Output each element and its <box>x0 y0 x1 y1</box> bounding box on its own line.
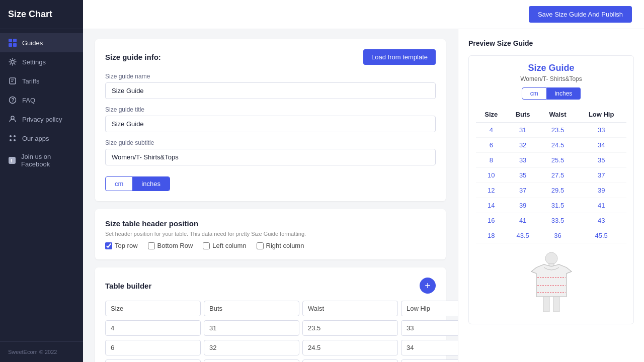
svg-text:?: ? <box>12 98 15 103</box>
app-title: Size Chart <box>0 0 83 29</box>
bottom-row-label: Bottom Row <box>157 242 193 249</box>
preview-table-row: 103527.537 <box>476 168 626 183</box>
sidebar-item-tariffs-label: Tariffs <box>22 77 39 85</box>
preview-th-buts: Buts <box>507 107 539 123</box>
preview-table-cell: 37 <box>576 168 626 183</box>
preview-table-cell: 18 <box>476 228 507 243</box>
subtitle-label: Size guide subtitle <box>105 139 436 146</box>
load-template-button[interactable]: Load from template <box>363 49 436 65</box>
checkbox-bottom-row[interactable]: Bottom Row <box>148 242 193 249</box>
preview-panel: Preview Size Guide Size Guide Women/T- S… <box>458 29 644 362</box>
size-guide-info-card: Size guide info: Load from template Size… <box>95 39 446 201</box>
preview-th-lowhip: Low Hip <box>576 107 626 123</box>
preview-section-title: Preview Size Guide <box>468 39 634 47</box>
preview-table-cell: 33 <box>507 153 539 168</box>
unit-toggle: cm inches <box>105 176 170 191</box>
preview-table-cell: 41 <box>507 213 539 228</box>
cell-input[interactable] <box>302 359 398 362</box>
top-row-checkbox[interactable] <box>105 242 112 249</box>
sidebar-item-faq[interactable]: ? FAQ <box>0 90 83 110</box>
cell-input[interactable] <box>204 359 299 362</box>
subtitle-input[interactable] <box>105 149 436 165</box>
svg-point-11 <box>10 135 12 137</box>
preview-table-cell: 25.5 <box>539 153 577 168</box>
size-guide-info-title: Size guide info: <box>105 53 161 61</box>
cell-input[interactable] <box>401 320 458 336</box>
sidebar-item-guides-label: Guides <box>22 39 43 47</box>
svg-rect-15 <box>9 157 16 164</box>
preview-card: Size Guide Women/T- Shirts&Tops cm inche… <box>468 55 634 324</box>
sidebar-item-tariffs[interactable]: Tariffs <box>0 71 83 90</box>
cell-input[interactable] <box>401 340 458 355</box>
header-waist-input[interactable] <box>302 301 398 316</box>
sidebar-item-privacy[interactable]: Privacy policy <box>0 110 83 129</box>
svg-point-12 <box>14 135 16 137</box>
cell-input[interactable] <box>302 340 398 355</box>
user-icon <box>8 115 17 124</box>
left-column-checkbox[interactable] <box>203 242 210 249</box>
sidebar-item-settings[interactable]: Settings <box>0 52 83 71</box>
preview-unit-cm[interactable]: cm <box>522 87 547 100</box>
preview-table-cell: 32 <box>507 138 539 153</box>
checkbox-top-row[interactable]: Top row <box>105 242 138 249</box>
svg-rect-2 <box>9 43 12 47</box>
sidebar-item-guides[interactable]: Guides <box>0 33 83 52</box>
cell-input[interactable] <box>204 320 299 336</box>
preview-table-cell: 31 <box>507 123 539 138</box>
title-input[interactable] <box>105 116 436 132</box>
preview-table-row: 43123.533 <box>476 123 626 138</box>
preview-unit-inches[interactable]: inches <box>547 87 581 100</box>
preview-table-cell: 31.5 <box>539 198 577 213</box>
header-lowhip-input[interactable] <box>401 301 458 316</box>
svg-rect-25 <box>553 297 559 312</box>
unit-cm-button[interactable]: cm <box>106 177 132 191</box>
cell-input[interactable] <box>105 320 201 336</box>
left-column-label: Left column <box>212 242 246 249</box>
cell-input[interactable] <box>204 340 299 355</box>
header-buts-input[interactable] <box>204 301 299 316</box>
svg-rect-1 <box>13 39 17 42</box>
preview-table-cell: 12 <box>476 183 507 198</box>
name-input[interactable] <box>105 82 436 99</box>
bottom-row-checkbox[interactable] <box>148 242 155 249</box>
right-column-label: Right column <box>266 242 304 249</box>
cell-input[interactable] <box>401 359 458 362</box>
table-row: × <box>105 320 436 336</box>
preview-table-row: 164133.543 <box>476 213 626 228</box>
preview-table-row: 83325.535 <box>476 153 626 168</box>
add-column-button[interactable]: + <box>420 278 436 294</box>
settings-icon <box>8 57 17 66</box>
sidebar-item-facebook[interactable]: f Join us on Facebook <box>0 148 83 173</box>
content-split: Size guide info: Load from template Size… <box>83 29 644 362</box>
preview-table-cell: 24.5 <box>539 138 577 153</box>
cell-input[interactable] <box>105 340 201 355</box>
fb-icon: f <box>8 156 16 165</box>
preview-unit-toggle: cm inches <box>476 87 626 100</box>
preview-table: Size Buts Waist Low Hip 43123.53363224.5… <box>476 107 626 243</box>
sidebar-item-apps-label: Our apps <box>22 135 49 142</box>
checkbox-right-column[interactable]: Right column <box>257 242 304 249</box>
cell-input[interactable] <box>105 359 201 362</box>
preview-table-cell: 33.5 <box>539 213 577 228</box>
preview-table-cell: 43 <box>576 213 626 228</box>
preview-th-waist: Waist <box>539 107 577 123</box>
preview-table-cell: 37 <box>507 183 539 198</box>
sidebar: Size Chart Guides Settings <box>0 0 83 362</box>
preview-table-row: 1843.53645.5 <box>476 228 626 243</box>
preview-table-cell: 36 <box>539 228 577 243</box>
editor-panel: Size guide info: Load from template Size… <box>83 29 458 362</box>
table-header-row: × <box>105 301 436 316</box>
preview-table-cell: 29.5 <box>539 183 577 198</box>
save-publish-button[interactable]: Save Size Guide And Publish <box>529 6 632 23</box>
unit-inches-button[interactable]: inches <box>132 177 170 191</box>
right-column-checkbox[interactable] <box>257 242 264 249</box>
svg-point-17 <box>545 252 557 264</box>
sidebar-item-apps[interactable]: Our apps <box>0 129 83 148</box>
header-position-card: Size table header position Set header po… <box>95 209 446 259</box>
checkbox-left-column[interactable]: Left column <box>203 242 246 249</box>
preview-table-cell: 41 <box>576 198 626 213</box>
name-group: Size guide name <box>105 73 436 99</box>
cell-input[interactable] <box>302 320 398 336</box>
header-size-input[interactable] <box>105 301 201 316</box>
preview-table-row: 123729.539 <box>476 183 626 198</box>
